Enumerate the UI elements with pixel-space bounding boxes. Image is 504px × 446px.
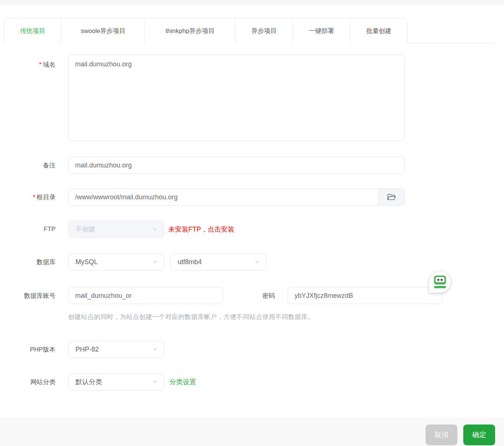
php-version-label: PHP版本 [15, 345, 56, 354]
robot-face [436, 277, 444, 282]
db-account-input[interactable] [68, 287, 223, 304]
db-password-label: 密码 [262, 292, 275, 300]
root-dir-input-group [68, 189, 405, 206]
php-version-select[interactable]: PHP-82 [68, 341, 164, 358]
site-category-label: 网站分类 [15, 378, 56, 386]
form-row-ftp: FTP 不创建 未安装FTP，点击安装 [15, 221, 496, 238]
php-version-value: PHP-82 [75, 346, 149, 353]
tab-batch-create[interactable]: 批量创建 [350, 18, 407, 44]
ftp-install-warning-link[interactable]: 未安装FTP，点击安装 [168, 225, 234, 234]
category-settings-link[interactable]: 分类设置 [169, 377, 196, 386]
tab-thinkphp-async-project[interactable]: thinkphp异步项目 [145, 18, 235, 44]
chevron-down-icon [152, 259, 158, 265]
chevron-down-icon [152, 379, 158, 385]
ftp-label: FTP [15, 226, 56, 233]
roboform-icon[interactable] [429, 271, 451, 293]
confirm-button[interactable]: 确定 [463, 425, 495, 445]
tabbar-filler [408, 18, 496, 44]
database-charset-value: utf8mb4 [178, 258, 251, 266]
site-category-value: 默认分类 [75, 377, 149, 386]
database-charset-select[interactable]: utf8mb4 [170, 253, 266, 270]
db-account-hint: 创建站点的同时，为站点创建一个对应的数据库帐户，方便不同站点使用不同数据库。 [68, 313, 496, 321]
required-asterisk: * [39, 61, 41, 68]
form-row-php-version: PHP版本 PHP-82 [15, 341, 496, 358]
form-row-domain: *域名 mail.dumuzhou.org [15, 54, 496, 141]
db-password-input[interactable] [288, 287, 442, 304]
form-row-database: 数据库 MySQL utf8mb4 [15, 253, 496, 270]
database-type-value: MySQL [75, 258, 149, 266]
form-row-db-account: 数据库账号 密码 [15, 287, 496, 304]
tab-swoole-async-project[interactable]: swoole异步项目 [61, 18, 145, 44]
root-dir-input[interactable] [68, 189, 378, 206]
robot-eye [437, 279, 439, 281]
domain-textarea[interactable]: mail.dumuzhou.org [68, 54, 405, 141]
robot-base [434, 286, 446, 288]
ftp-select-value: 不创建 [75, 225, 149, 234]
tab-async-project[interactable]: 异步项目 [235, 18, 293, 44]
chevron-down-icon [152, 346, 158, 352]
tab-one-click-deploy[interactable]: 一键部署 [293, 18, 350, 44]
root-dir-label: *根目录 [15, 193, 56, 202]
required-asterisk: * [33, 194, 35, 200]
project-type-tabs: 传统项目 swoole异步项目 thinkphp异步项目 异步项目 一键部署 批… [4, 18, 408, 44]
chevron-down-icon [254, 259, 260, 265]
folder-open-icon [387, 193, 396, 201]
database-type-select[interactable]: MySQL [68, 253, 164, 270]
note-label: 备注 [15, 161, 56, 170]
note-input[interactable] [68, 157, 405, 174]
create-site-form: *域名 mail.dumuzhou.org 备注 *根目录 FT [15, 54, 496, 390]
tab-traditional-project[interactable]: 传统项目 [4, 18, 61, 44]
form-row-note: 备注 [15, 157, 496, 174]
project-type-tabbar: 传统项目 swoole异步项目 thinkphp异步项目 异步项目 一键部署 批… [4, 18, 496, 44]
db-account-label: 数据库账号 [15, 292, 56, 300]
robot-head-icon [434, 276, 446, 284]
robot-eye [441, 279, 443, 281]
dialog-footer: 取消 确定 [0, 417, 504, 446]
cancel-button[interactable]: 取消 [426, 425, 457, 445]
domain-label: *域名 [15, 54, 56, 69]
browse-directory-button[interactable] [378, 189, 405, 206]
site-category-select[interactable]: 默认分类 [68, 373, 164, 390]
chevron-down-icon [152, 226, 158, 232]
create-site-dialog: 传统项目 swoole异步项目 thinkphp异步项目 异步项目 一键部署 批… [0, 0, 504, 446]
top-strip [0, 0, 504, 5]
database-label: 数据库 [15, 258, 56, 266]
form-row-site-category: 网站分类 默认分类 分类设置 [15, 373, 496, 390]
ftp-select[interactable]: 不创建 [68, 221, 164, 238]
form-row-root-dir: *根目录 [15, 189, 496, 206]
